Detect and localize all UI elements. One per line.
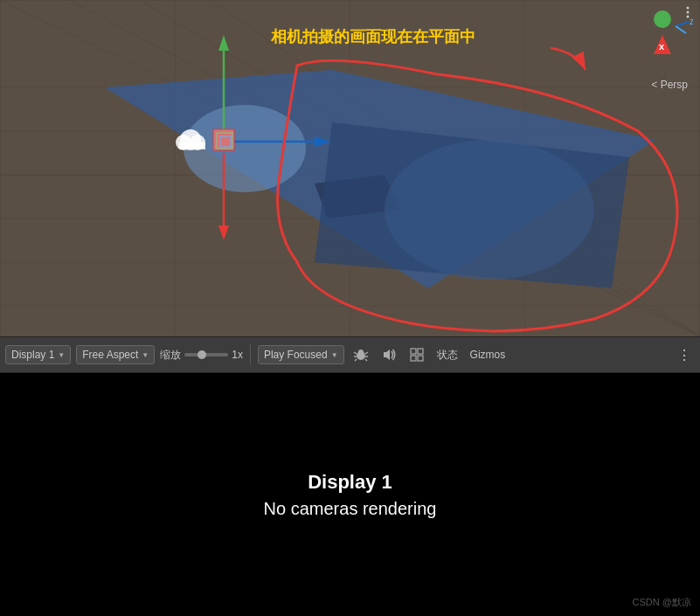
svg-rect-52 [411,356,416,361]
svg-rect-30 [179,142,205,149]
svg-point-40 [687,16,690,18]
zoom-control: 缩放 1x [160,348,243,363]
free-aspect-label: Free Aspect [82,349,138,361]
svg-point-39 [687,11,690,14]
svg-rect-50 [411,349,416,354]
gizmos-label[interactable]: Gizmos [467,349,509,361]
svg-point-38 [687,7,690,10]
play-focused-label: Play Focused [264,349,328,361]
toolbar: Display 1 ▼ Free Aspect ▼ 缩放 1x Play Foc… [0,336,700,373]
svg-marker-49 [384,350,390,360]
svg-line-47 [355,359,357,361]
svg-rect-51 [418,349,423,354]
svg-point-32 [654,10,671,28]
audio-icon-button[interactable] [378,345,400,364]
toolbar-more-button[interactable]: ⋮ [674,347,695,363]
persp-label: < Persp [651,79,688,91]
no-camera-message: Display 1 No cameras rendering [264,471,437,519]
svg-line-44 [365,352,368,354]
grid-icon-button[interactable] [405,345,428,364]
scene-viewport: 相机拍摄的画面现在在平面中 x z < Persp [0,0,700,336]
state-label: 状态 [433,348,461,363]
svg-text:x: x [659,41,665,52]
free-aspect-arrow: ▼ [142,351,149,359]
play-focused-arrow: ▼ [331,351,338,359]
svg-rect-53 [418,356,423,361]
game-view: Display 1 No cameras rendering CSDN @默凉 [0,373,700,616]
svg-point-42 [358,350,364,355]
zoom-value: 1x [232,349,243,361]
separator-1 [250,344,251,365]
free-aspect-dropdown[interactable]: Free Aspect ▼ [76,345,155,364]
display-dropdown[interactable]: Display 1 ▼ [5,345,71,364]
grid-background [0,0,700,336]
annotation-text: 相机拍摄的画面现在在平面中 [271,26,475,47]
svg-point-17 [385,140,594,280]
display-dropdown-arrow: ▼ [58,351,65,359]
zoom-slider[interactable] [184,353,228,356]
svg-line-43 [354,352,357,354]
zoom-label: 缩放 [160,348,181,363]
no-camera-subtitle: No cameras rendering [264,499,437,519]
bug-icon-button[interactable] [350,345,372,364]
display-label: Display 1 [11,349,54,361]
play-focused-dropdown[interactable]: Play Focused ▼ [258,345,344,364]
viewport-menu-button[interactable] [681,5,695,23]
svg-line-48 [365,359,367,361]
watermark: CSDN @默凉 [633,596,691,609]
game-display-title: Display 1 [264,471,437,494]
svg-line-37 [676,26,686,33]
zoom-slider-handle[interactable] [198,350,206,359]
